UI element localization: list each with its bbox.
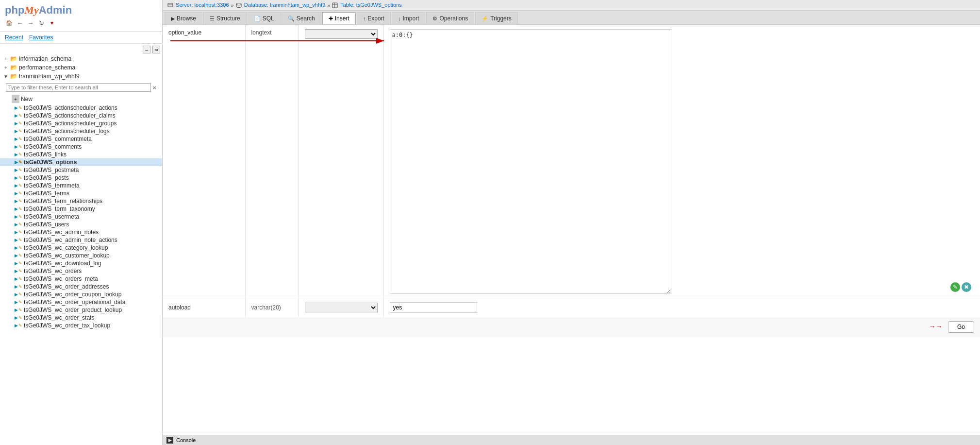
table-item-actionscheduler-actions[interactable]: ▶✎ tsGe0JWS_actionscheduler_actions bbox=[0, 104, 162, 112]
table-item-usermeta[interactable]: ▶✎ tsGe0JWS_usermeta bbox=[0, 213, 162, 221]
tab-search[interactable]: 🔍 Search bbox=[282, 12, 321, 24]
table-item-postmeta[interactable]: ▶✎ tsGe0JWS_postmeta bbox=[0, 166, 162, 174]
sql-icon: 📄 bbox=[254, 16, 261, 22]
tab-structure[interactable]: ☰ Structure bbox=[203, 12, 247, 24]
tab-insert[interactable]: ✚ Insert bbox=[322, 12, 356, 24]
tbl-browse-icon: ▶ bbox=[15, 113, 18, 118]
table-icons: ▶✎ bbox=[15, 144, 22, 149]
table-item-term-relationships[interactable]: ▶✎ tsGe0JWS_term_relationships bbox=[0, 197, 162, 205]
table-icons: ▶✎ bbox=[15, 160, 22, 165]
db-item-information-schema[interactable]: + 📂 information_schema bbox=[0, 54, 162, 63]
table-icons: ▶✎ bbox=[15, 245, 22, 250]
table-item-wc-admin-note-actions[interactable]: ▶✎ tsGe0JWS_wc_admin_note_actions bbox=[0, 236, 162, 244]
toggle-tranminhtam[interactable]: ▼ bbox=[3, 73, 9, 79]
table-item-wc-admin-notes[interactable]: ▶✎ tsGe0JWS_wc_admin_notes bbox=[0, 228, 162, 236]
table-item-termmeta[interactable]: ▶✎ tsGe0JWS_termmeta bbox=[0, 182, 162, 189]
table-item-wc-customer-lookup[interactable]: ▶✎ tsGe0JWS_wc_customer_lookup bbox=[0, 252, 162, 259]
table-item-wc-category-lookup[interactable]: ▶✎ tsGe0JWS_wc_category_lookup bbox=[0, 244, 162, 252]
table-item-actionscheduler-groups[interactable]: ▶✎ tsGe0JWS_actionscheduler_groups bbox=[0, 120, 162, 127]
textarea-tool-teal-btn[interactable]: ✖ bbox=[962, 282, 971, 292]
heart-icon[interactable] bbox=[48, 18, 56, 27]
table-filter-input[interactable] bbox=[6, 83, 151, 92]
filter-clear-btn[interactable]: × bbox=[152, 84, 156, 91]
table-item-terms[interactable]: ▶✎ tsGe0JWS_terms bbox=[0, 189, 162, 197]
home-icon[interactable] bbox=[5, 18, 14, 27]
table-label: tsGe0JWS_termmeta bbox=[24, 182, 80, 189]
db-item-tranminhtam[interactable]: ▼ 📂 tranminhtam_wp_vhhf9 bbox=[0, 72, 162, 81]
option-value-textarea[interactable]: a:0:{} bbox=[390, 29, 671, 294]
table-item-actionscheduler-claims[interactable]: ▶✎ tsGe0JWS_actionscheduler_claims bbox=[0, 112, 162, 120]
textarea-tool-green-btn[interactable]: ✎ bbox=[950, 282, 960, 292]
table-item-wc-orders[interactable]: ▶✎ tsGe0JWS_wc_orders bbox=[0, 267, 162, 275]
tbl-browse-icon: ▶ bbox=[15, 152, 18, 157]
server-link[interactable]: Server: localhost:3306 bbox=[176, 2, 229, 8]
breadcrumb-sep1: » bbox=[231, 2, 234, 8]
option-value-null-select[interactable]: NULL bbox=[305, 29, 378, 39]
tab-insert-label: Insert bbox=[335, 15, 349, 22]
console-icon: ▶ bbox=[166, 437, 173, 444]
go-button[interactable]: Go bbox=[948, 321, 974, 333]
autoload-value-input[interactable] bbox=[390, 302, 477, 313]
table-item-wc-order-coupon-lookup[interactable]: ▶✎ tsGe0JWS_wc_order_coupon_lookup bbox=[0, 291, 162, 298]
table-item-term-taxonomy[interactable]: ▶✎ tsGe0JWS_term_taxonomy bbox=[0, 205, 162, 213]
main-content: Server: localhost:3306 » Database: tranm… bbox=[163, 0, 980, 445]
table-item-wc-orders-meta[interactable]: ▶✎ tsGe0JWS_wc_orders_meta bbox=[0, 275, 162, 283]
table-item-users[interactable]: ▶✎ tsGe0JWS_users bbox=[0, 221, 162, 228]
tbl-browse-icon: ▶ bbox=[15, 292, 18, 297]
table-item-links[interactable]: ▶✎ tsGe0JWS_links bbox=[0, 151, 162, 158]
tbl-edit-icon: ✎ bbox=[18, 308, 22, 312]
table-item-posts[interactable]: ▶✎ tsGe0JWS_posts bbox=[0, 174, 162, 182]
tbl-browse-icon: ▶ bbox=[15, 323, 18, 328]
console-label[interactable]: Console bbox=[176, 437, 196, 443]
table-item-wc-order-product-lookup[interactable]: ▶✎ tsGe0JWS_wc_order_product_lookup bbox=[0, 306, 162, 314]
nav-left-icon[interactable]: ← bbox=[16, 18, 24, 27]
expand-all-btn[interactable]: ∞ bbox=[152, 46, 160, 53]
option-value-textarea-cell: a:0:{} ✎ ✖ bbox=[383, 25, 980, 298]
table-item-comments[interactable]: ▶✎ tsGe0JWS_comments bbox=[0, 143, 162, 151]
tbl-edit-icon: ✎ bbox=[18, 245, 22, 250]
table-label: tsGe0JWS_actionscheduler_logs bbox=[24, 128, 110, 135]
db-item-performance-schema[interactable]: + 📂 performance_schema bbox=[0, 63, 162, 72]
reload-icon[interactable]: ↻ bbox=[37, 18, 46, 27]
autoload-null-select[interactable]: NULL bbox=[305, 303, 378, 312]
tbl-browse-icon: ▶ bbox=[15, 105, 18, 110]
tbl-browse-icon: ▶ bbox=[15, 206, 18, 211]
tab-sql-label: SQL bbox=[263, 15, 274, 22]
tbl-browse-icon: ▶ bbox=[15, 253, 18, 258]
breadcrumb-sep2: » bbox=[327, 2, 330, 8]
tab-import[interactable]: ↓ Import bbox=[392, 12, 426, 24]
table-item-actionscheduler-logs[interactable]: ▶✎ tsGe0JWS_actionscheduler_logs bbox=[0, 127, 162, 135]
tab-export[interactable]: ↑ Export bbox=[357, 12, 391, 24]
table-item-wc-order-tax-lookup[interactable]: ▶✎ tsGe0JWS_wc_order_tax_lookup bbox=[0, 322, 162, 329]
table-item-commentmeta[interactable]: ▶✎ tsGe0JWS_commentmeta bbox=[0, 135, 162, 143]
collapse-all-btn[interactable]: – bbox=[143, 46, 150, 53]
tabs-bar: ▶ Browse ☰ Structure 📄 SQL 🔍 Search ✚ In… bbox=[163, 11, 980, 25]
table-item-wc-order-operational-data[interactable]: ▶✎ tsGe0JWS_wc_order_operational_data bbox=[0, 298, 162, 306]
tab-operations[interactable]: ⚙ Operations bbox=[426, 12, 474, 24]
tab-sql[interactable]: 📄 SQL bbox=[248, 12, 281, 24]
table-item-wc-order-addresses[interactable]: ▶✎ tsGe0JWS_wc_order_addresses bbox=[0, 283, 162, 291]
new-table-item[interactable]: + New bbox=[0, 94, 162, 104]
tab-browse[interactable]: ▶ Browse bbox=[165, 12, 202, 24]
database-link[interactable]: Database: tranminhtam_wp_vhhf9 bbox=[244, 2, 326, 8]
tbl-browse-icon: ▶ bbox=[15, 276, 18, 281]
table-icons: ▶✎ bbox=[15, 206, 22, 211]
triggers-icon: ⚡ bbox=[482, 16, 488, 22]
import-icon: ↓ bbox=[398, 16, 401, 21]
table-item-wc-download-log[interactable]: ▶✎ tsGe0JWS_wc_download_log bbox=[0, 259, 162, 267]
table-item-options[interactable]: ▶✎ tsGe0JWS_options bbox=[0, 158, 162, 166]
toggle-information-schema[interactable]: + bbox=[3, 56, 9, 62]
tbl-browse-icon: ▶ bbox=[15, 183, 18, 188]
tab-triggers[interactable]: ⚡ Triggers bbox=[475, 12, 518, 24]
table-link[interactable]: Table: tsGe0JWS_options bbox=[340, 2, 402, 8]
tbl-edit-icon: ✎ bbox=[18, 105, 22, 110]
toggle-performance-schema[interactable]: + bbox=[3, 65, 9, 70]
tbl-edit-icon: ✎ bbox=[18, 137, 22, 141]
tbl-edit-icon: ✎ bbox=[18, 222, 22, 227]
favorites-link[interactable]: Favorites bbox=[29, 34, 53, 41]
logo-my: My bbox=[24, 4, 38, 16]
table-item-wc-order-stats[interactable]: ▶✎ tsGe0JWS_wc_order_stats bbox=[0, 314, 162, 322]
tbl-browse-icon: ▶ bbox=[15, 129, 18, 134]
recent-link[interactable]: Recent bbox=[5, 34, 23, 41]
nav-right-icon[interactable]: → bbox=[26, 18, 35, 27]
